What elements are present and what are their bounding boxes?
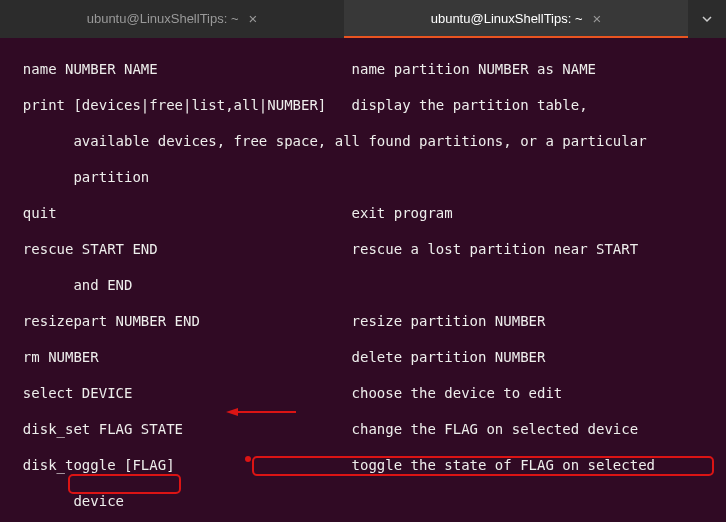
term-line: partition xyxy=(6,169,149,185)
svg-marker-1 xyxy=(226,408,238,416)
term-line: disk_set FLAG STATE change the FLAG on s… xyxy=(6,421,638,437)
term-line: rm NUMBER delete partition NUMBER xyxy=(6,349,545,365)
term-line: print [devices|free|list,all|NUMBER] dis… xyxy=(6,97,588,113)
tab-terminal-2[interactable]: ubuntu@LinuxShellTips: ~ × xyxy=(344,0,688,38)
tab-terminal-1[interactable]: ubuntu@LinuxShellTips: ~ × xyxy=(0,0,344,38)
term-line: select DEVICE choose the device to edit xyxy=(6,385,562,401)
titlebar: ubuntu@LinuxShellTips: ~ × ubuntu@LinuxS… xyxy=(0,0,726,38)
highlight-box-annotation xyxy=(68,474,181,494)
close-icon[interactable]: × xyxy=(593,10,602,28)
term-line: device xyxy=(6,493,124,509)
tab-title: ubuntu@LinuxShellTips: ~ xyxy=(87,10,239,28)
terminal-output[interactable]: name NUMBER NAME name partition NUMBER a… xyxy=(0,38,726,522)
term-line: resizepart NUMBER END resize partition N… xyxy=(6,313,545,329)
term-line: disk_toggle [FLAG] toggle the state of F… xyxy=(6,457,655,473)
close-icon[interactable]: × xyxy=(249,10,258,28)
term-line: quit exit program xyxy=(6,205,453,221)
new-tab-menu[interactable] xyxy=(688,0,726,38)
tab-title: ubuntu@LinuxShellTips: ~ xyxy=(431,10,583,28)
term-line: rescue START END rescue a lost partition… xyxy=(6,241,638,257)
term-line: available devices, free space, all found… xyxy=(6,133,647,149)
term-line: and END xyxy=(6,277,132,293)
chevron-down-icon xyxy=(701,13,713,25)
term-line: name NUMBER NAME name partition NUMBER a… xyxy=(6,61,596,77)
